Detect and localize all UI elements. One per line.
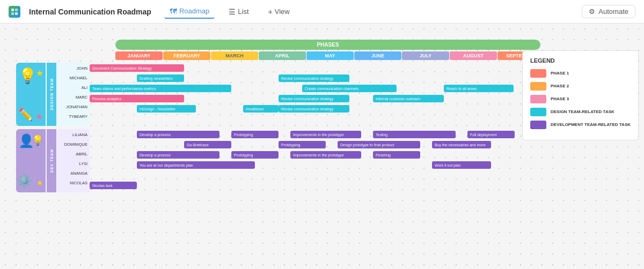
gear-icon: ⚙️ [17,174,32,188]
name-john: JOHN [57,64,90,73]
task-marc-3[interactable]: Internal customer outreach [373,95,444,102]
month-jun: JUNE [354,51,401,60]
task-lysi-1[interactable]: You are at our departments plan [137,161,255,169]
tab-view[interactable]: + View [263,5,295,18]
legend-panel: LEGEND PHASE 1 PHASE 2 PHASE 3 DESIGN TE… [522,50,639,140]
month-jan: JANUARY [115,51,163,60]
task-row-michael: Drafting newsletters Revise communicatio… [90,74,515,83]
name-nicolas: NICOLAS [57,178,90,187]
month-aug: AUGUST [450,51,497,60]
tab-roadmap[interactable]: 🗺 Roadmap [164,5,215,19]
task-john-1[interactable]: Document Communication Strategy [90,64,184,72]
task-jonathan-1[interactable]: InDesign - Newsletter [137,105,196,113]
task-liliana-2[interactable]: Prototyping [231,131,279,138]
task-row-ali: Team videos and performance metrics Crea… [90,84,515,93]
dev-tasks-grid: Develop a process Prototyping Improvemen… [90,129,585,192]
pencil-icon: ✏️ [18,108,33,122]
design-section-label: DESIGN TEAM [50,78,54,110]
task-ali-3[interactable]: Reach to all areas [444,85,514,92]
design-section: 💡 ✏️ ★ ▲ DESIGN TEAM JOHN MICHAEL ALI MA… [16,63,585,126]
task-jonathan-2[interactable]: InnoBloom [243,105,279,113]
task-dominique-1[interactable]: Go-Briefcase [184,141,231,148]
svg-rect-2 [11,12,14,15]
name-dominique: DOMINIQUE [57,140,90,149]
task-row-abril: Develop a process Prototyping Improvemen… [90,151,515,159]
list-icon: ☰ [229,8,236,16]
task-abril-2[interactable]: Prototyping [231,151,279,159]
roadmap-icon: 🗺 [170,7,177,16]
name-ali: ALI [57,84,90,92]
task-row-lysi: You are at our departments plan Work it … [90,161,515,169]
task-abril-4[interactable]: Finishing [373,151,420,159]
name-marc: MARC [57,93,90,101]
svg-rect-1 [15,9,18,11]
task-marc-1[interactable]: Process analytics [90,95,184,102]
task-nicolas-1[interactable]: Nicolas task [90,182,137,189]
name-jonathan: JONATHAN [57,102,90,111]
dev-names-col: LILIANA DOMINIQUE ABRIL LYSI ANANGA NICO… [57,129,90,192]
task-row-john: Document Communication Strategy [90,64,515,72]
legend-color-phase3 [530,95,546,103]
tab-list[interactable]: ☰ List [223,5,254,18]
bulb-icon: 💡 [32,134,43,146]
svg-rect-0 [11,9,14,11]
task-row-jonathan: InDesign - Newsletter InnoBloom Revise c… [90,104,515,113]
month-jul: JULY [402,51,449,60]
legend-dev: DEVELOPMENT TEAM-RELATED TASK [530,121,631,129]
name-abril: ABRIL [57,150,90,159]
header: Internal Communication Roadmap 🗺 Roadmap… [0,0,644,24]
legend-design: DESIGN TEAM-RELATED TASK [530,108,631,116]
task-lysi-2[interactable]: Work it out plan [432,161,491,169]
task-dominique-3[interactable]: Design prototype to final product [338,141,420,148]
task-liliana-5[interactable]: Full deployment [467,131,515,138]
dev-section: 👤 ⚙️ 💡 ★ DEV TEAM LILIANA DOMINIQUE ABRI… [16,129,585,192]
svg-rect-3 [15,12,18,15]
month-headers: JANUARY FEBRUARY MARCH APRIL MAY JUNE JU… [115,51,585,60]
task-abril-3[interactable]: Improvements in the prototype [290,151,361,159]
task-row-nicolas: Nicolas task [90,181,515,190]
month-may: MAY [306,51,354,60]
task-liliana-1[interactable]: Develop a process [137,131,219,138]
legend-label-dev: DEVELOPMENT TEAM-RELATED TASK [551,122,631,128]
design-section-panel: 💡 ✏️ ★ ▲ [16,63,46,126]
legend-label-phase1: PHASE 1 [551,71,569,76]
task-dominique-4[interactable]: Buy the necessaries and more [432,141,491,148]
task-row-dominique: Go-Briefcase Prototyping Design prototyp… [90,140,515,149]
task-marc-2[interactable]: Revise communication strategy [279,95,349,102]
automate-button[interactable]: ⚙ Automate [582,5,635,18]
dev-section-label: DEV TEAM [50,149,54,173]
automate-icon: ⚙ [589,8,595,16]
legend-label-design: DESIGN TEAM-RELATED TASK [551,109,614,115]
triangle-icon: ▲ [35,111,43,121]
legend-color-design [530,108,546,116]
task-ali-1[interactable]: Team videos and performance metrics [90,85,231,92]
legend-label-phase2: PHASE 2 [551,84,569,89]
name-liliana: LILIANA [57,131,90,139]
design-label-col: DESIGN TEAM [47,63,56,126]
task-jonathan-3[interactable]: Revise communication strategy [279,105,349,113]
legend-color-phase2 [530,82,546,91]
task-abril-1[interactable]: Develop a process [137,151,219,159]
legend-title: LEGEND [530,57,631,64]
task-michael-2[interactable]: Revise communication strategy [279,74,349,82]
legend-label-phase3: PHASE 3 [551,96,569,102]
page-title: Internal Communication Roadmap [29,8,151,16]
design-tasks-grid: Document Communication Strategy Drafting… [90,63,585,126]
task-michael-1[interactable]: Drafting newsletters [137,74,184,82]
task-dominique-2[interactable]: Prototyping [279,141,326,148]
main-canvas: PHASES JANUARY FEBRUARY MARCH APRIL MAY … [0,24,644,269]
name-ananga: ANANGA [57,169,90,177]
task-liliana-4[interactable]: Testing [373,131,456,138]
task-ali-2[interactable]: Create communication channels [302,85,397,92]
task-row-tybeary [90,115,515,123]
design-names-col: JOHN MICHAEL ALI MARC JONATHAN TYBEARY [57,63,90,126]
legend-phase2: PHASE 2 [530,82,631,91]
roadmap-canvas: PHASES JANUARY FEBRUARY MARCH APRIL MAY … [16,40,585,192]
legend-phase1: PHASE 1 [530,69,631,78]
task-liliana-3[interactable]: Improvements in the prototype [290,131,361,138]
dev-label-col: DEV TEAM [47,129,56,192]
legend-color-phase1 [530,69,546,78]
month-mar: MARCH [211,51,258,60]
task-row-ananga [90,171,515,180]
star-icon: ★ [36,68,43,78]
